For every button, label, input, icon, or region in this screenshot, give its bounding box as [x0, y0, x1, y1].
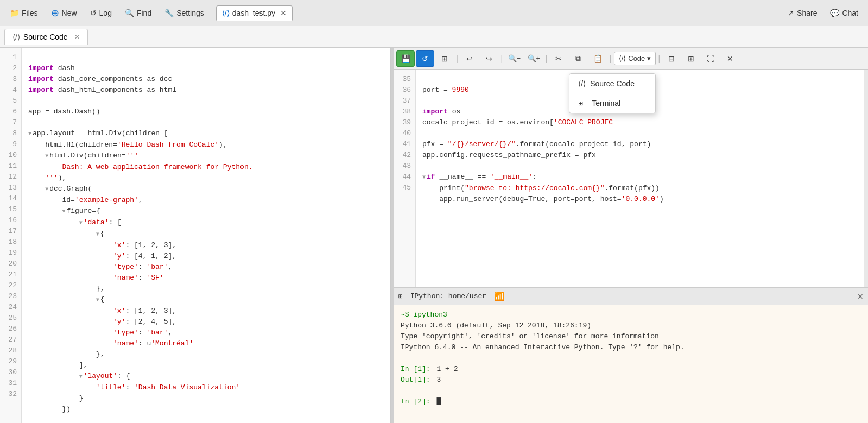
share-button[interactable]: ↗ Share [782, 6, 822, 20]
main-area: 12345 678910 1112131415 1617181920 21222… [0, 48, 868, 423]
source-code-tab[interactable]: ⟨/⟩ Source Code ✕ [4, 29, 88, 45]
ipython-prompt: ~$ ipython3 [401, 311, 447, 319]
settings-button[interactable]: 🔧 Settings [159, 6, 210, 20]
code-dropdown-label: Code [628, 54, 645, 62]
chat-icon: 💬 [830, 9, 839, 17]
code-content[interactable]: 12345 678910 1112131415 1617181920 21222… [0, 48, 390, 423]
terminal-option-label: Terminal [592, 99, 620, 108]
editor-tab-bar: ⟨/⟩ Source Code ✕ [0, 26, 868, 48]
out1-prompt: Out[1]: [401, 376, 430, 384]
ipython-version-line: IPython 6.4.0 -- An enhanced Interactive… [401, 342, 861, 353]
paste-icon: 📋 [593, 54, 603, 63]
code-dropdown-button[interactable]: ⟨/⟩ Code ▾ [614, 52, 656, 65]
close-tab-button[interactable]: ✕ [280, 9, 287, 17]
right-code-area: 💾 ↺ ⊞ | ↩ ↪ | 🔍− [394, 48, 868, 287]
terminal-prompt-line: ~$ ipython3 [401, 310, 861, 320]
history-icon: ↺ [422, 54, 428, 63]
out1-value: 3 [436, 376, 441, 384]
settings-label: Settings [176, 9, 204, 17]
cut-icon: ✂ [555, 54, 562, 63]
left-code-editor: 12345 678910 1112131415 1617181920 21222… [0, 48, 391, 423]
new-label: New [62, 9, 77, 17]
terminal-option[interactable]: ⊞_ Terminal [569, 93, 655, 113]
copy-button[interactable]: ⧉ [569, 50, 587, 67]
ipython-version: IPython 6.4.0 -- An enhanced Interactive… [401, 343, 685, 351]
separator3: | [545, 54, 547, 64]
undo-button[interactable]: ↩ [460, 50, 479, 67]
right-toolbar: 💾 ↺ ⊞ | ↩ ↪ | 🔍− [394, 48, 868, 70]
zoom-in-button[interactable]: 🔍+ [524, 50, 543, 67]
terminal-content[interactable]: ~$ ipython3 Python 3.6.6 (default, Sep 1… [394, 305, 868, 423]
separator5: | [658, 54, 660, 64]
files-button[interactable]: 📁 Files [4, 6, 43, 20]
zoom-in-icon: 🔍+ [528, 54, 541, 62]
share-label: Share [797, 9, 817, 17]
new-button[interactable]: ⊕ New [46, 4, 83, 22]
split-horizontal-button[interactable]: ⊟ [662, 50, 681, 67]
out1-line: Out[1]: 3 [401, 375, 861, 386]
log-icon: ↺ [90, 9, 97, 17]
code-icon: ⟨/⟩ [619, 54, 626, 62]
active-tab[interactable]: ⟨/⟩ dash_test.py ✕ [216, 5, 293, 21]
line-numbers: 12345 678910 1112131415 1617181920 21222… [0, 48, 22, 423]
code-text[interactable]: import dash import dash_core_components … [22, 48, 390, 423]
copyright-info: Type 'copyright', 'credits' or 'license'… [401, 332, 659, 340]
chat-button[interactable]: 💬 Chat [825, 6, 864, 20]
top-bar-right: ↗ Share 💬 Chat [782, 6, 864, 20]
python-version-line: Python 3.6.6 (default, Sep 12 2018, 18:2… [401, 320, 861, 331]
log-label: Log [99, 9, 112, 17]
files-label: Files [22, 9, 38, 17]
folder-icon: 📁 [10, 9, 19, 17]
fullscreen-icon: ⛶ [707, 54, 714, 63]
find-button[interactable]: 🔍 Find [119, 6, 157, 20]
separator2: | [500, 54, 503, 64]
right-scrollbar[interactable] [864, 70, 868, 287]
tab-filename: dash_test.py [232, 9, 275, 17]
python-version: Python 3.6.6 (default, Sep 12 2018, 18:2… [401, 321, 591, 330]
source-code-menu-icon: ⟨/⟩ [578, 79, 586, 88]
share-icon: ↗ [788, 9, 794, 17]
terminal-panel: ⊞_ IPython: home/user 📶 ✕ ~$ ipython3 Py… [394, 287, 868, 423]
separator4: | [609, 54, 611, 64]
save-button[interactable]: 💾 [396, 50, 415, 67]
fullscreen-button[interactable]: ⛶ [701, 50, 720, 67]
terminal-header: ⊞_ IPython: home/user 📶 ✕ [394, 288, 868, 305]
zoom-out-button[interactable]: 🔍− [505, 50, 523, 67]
close-terminal-button[interactable]: ✕ [857, 292, 864, 301]
separator1: | [456, 54, 458, 64]
source-code-option[interactable]: ⟨/⟩ Source Code [569, 74, 655, 93]
network-button[interactable]: ⊞ [435, 50, 454, 67]
chat-label: Chat [842, 9, 858, 17]
find-label: Find [137, 9, 151, 17]
terminal-menu-icon: ⊞_ [578, 99, 587, 108]
right-layout: 💾 ↺ ⊞ | ↩ ↪ | 🔍− [394, 48, 868, 423]
right-line-numbers: 35363738 39404142 434445 [394, 70, 416, 287]
terminal-header-label: IPython: home/user [410, 292, 486, 300]
plus-icon: ⊕ [51, 7, 59, 19]
log-button[interactable]: ↺ Log [85, 6, 117, 20]
close-right-button[interactable]: ✕ [721, 50, 739, 67]
terminal-icon: ⊞_ [398, 292, 407, 300]
top-bar-left: 📁 Files ⊕ New ↺ Log 🔍 Find 🔧 Settings ⟨/… [4, 4, 782, 22]
in2-cursor: █ [436, 397, 441, 406]
in1-line: In [1]: 1 + 2 [401, 364, 861, 375]
terminal-title: ⊞_ IPython: home/user 📶 [398, 291, 857, 302]
network-icon: ⊞ [441, 54, 448, 63]
source-tab-label: Source Code [23, 33, 68, 41]
timetravel-button[interactable]: ↺ [416, 50, 434, 67]
close-source-tab-button[interactable]: ✕ [74, 33, 80, 41]
redo-icon: ↪ [486, 54, 492, 63]
save-icon: 💾 [401, 54, 410, 63]
find-icon: 🔍 [125, 9, 134, 17]
redo-button[interactable]: ↪ [480, 50, 498, 67]
paste-button[interactable]: 📋 [588, 50, 607, 67]
split-vertical-button[interactable]: ⊞ [682, 50, 700, 67]
top-toolbar: 📁 Files ⊕ New ↺ Log 🔍 Find 🔧 Settings ⟨/… [0, 0, 868, 26]
cut-button[interactable]: ✂ [549, 50, 568, 67]
split-v-icon: ⊞ [688, 54, 694, 63]
copy-icon: ⧉ [575, 54, 581, 63]
source-code-icon: ⟨/⟩ [12, 33, 20, 41]
in1-command: 1 + 2 [436, 365, 458, 373]
in2-prompt: In [2]: [401, 397, 430, 406]
code-dropdown-menu: ⟨/⟩ Source Code ⊞_ Terminal [569, 73, 656, 113]
